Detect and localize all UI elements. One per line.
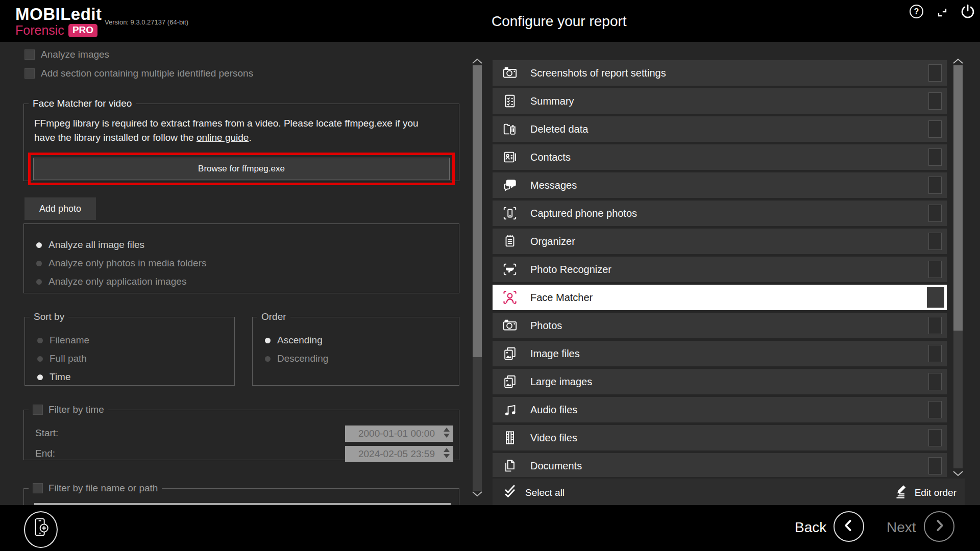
right-scrollbar-thumb[interactable] — [953, 65, 963, 331]
filter-by-path-label: Filter by file name or path — [48, 483, 158, 494]
edit-order-button[interactable]: Edit order — [892, 484, 957, 502]
report-row-checkbox[interactable] — [928, 177, 942, 194]
radio-dot[interactable] — [37, 356, 43, 362]
add-phone-button[interactable] — [24, 511, 58, 548]
report-list-scrollbar[interactable] — [951, 57, 965, 479]
power-icon[interactable] — [959, 3, 976, 22]
checkbox[interactable] — [24, 68, 35, 79]
back-button[interactable] — [834, 511, 864, 542]
spinner-up-icon[interactable] — [444, 428, 450, 432]
left-panel-scrollbar[interactable] — [471, 57, 484, 499]
report-row-label: Photo Recognizer — [530, 264, 611, 276]
filter-by-time-checkbox[interactable] — [33, 405, 43, 415]
footer-bar: Back Next — [0, 505, 980, 551]
report-row-checkbox[interactable] — [928, 401, 942, 418]
report-row-audio-files[interactable]: Audio files — [493, 397, 947, 422]
online-guide-link[interactable]: online guide — [197, 132, 249, 143]
report-row-label: Captured phone photos — [530, 208, 637, 219]
report-row-checkbox[interactable] — [928, 457, 942, 474]
report-row-checkbox[interactable] — [928, 317, 942, 334]
scroll-down-icon[interactable] — [472, 490, 483, 499]
report-row-deleted-data[interactable]: Deleted data — [493, 116, 947, 142]
report-row-checkbox[interactable] — [928, 148, 942, 166]
documents-icon — [500, 458, 520, 473]
radio-dot[interactable] — [265, 356, 271, 362]
radio-label: Analyze only photos in media folders — [48, 258, 206, 269]
report-row-captured-phone-photos[interactable]: Captured phone photos — [493, 201, 947, 226]
select-all-button[interactable]: Select all — [503, 484, 565, 502]
report-row-large-images[interactable]: Large images — [493, 369, 947, 394]
report-row-contacts[interactable]: Contacts — [493, 144, 947, 170]
spinner-up-icon[interactable] — [444, 448, 450, 452]
report-row-label: Deleted data — [530, 123, 588, 135]
time-end-input[interactable]: 2024-02-05 23:59 — [345, 446, 453, 462]
checkbox[interactable] — [24, 49, 35, 60]
scroll-down-icon[interactable] — [952, 469, 964, 479]
radio-dot[interactable] — [36, 242, 42, 248]
radio-option-full-path[interactable]: Full path — [37, 353, 89, 364]
radio-option-descending[interactable]: Descending — [265, 353, 328, 364]
report-row-photos[interactable]: Photos — [493, 313, 947, 338]
main-content: Analyze imagesAdd section containing mul… — [0, 42, 980, 505]
restore-window-icon[interactable] — [935, 5, 949, 21]
edit-order-label: Edit order — [915, 487, 957, 498]
left-scrollbar-track[interactable] — [473, 65, 482, 491]
help-icon[interactable]: ? — [910, 5, 923, 18]
back-button-label[interactable]: Back — [795, 519, 826, 536]
radio-dot[interactable] — [36, 261, 42, 266]
radio-dot[interactable] — [37, 374, 43, 380]
report-row-checkbox[interactable] — [928, 373, 942, 390]
checkbox-row-analyze-images[interactable]: Analyze images — [24, 49, 253, 60]
filter-by-path-checkbox[interactable] — [33, 483, 43, 493]
checkbox-label: Add section containing multiple identifi… — [41, 68, 253, 79]
order-legend: Order — [257, 311, 290, 322]
report-row-checkbox[interactable] — [928, 64, 942, 82]
radio-label: Full path — [50, 353, 87, 364]
report-row-screenshots-of-report-settings[interactable]: Screenshots of report settings — [493, 60, 947, 86]
radio-option-analyze-only-photos-in-media-folders[interactable]: Analyze only photos in media folders — [36, 258, 459, 269]
next-button[interactable] — [924, 511, 954, 542]
report-row-summary[interactable]: Summary — [493, 88, 947, 114]
radio-dot[interactable] — [265, 338, 271, 343]
report-row-organizer[interactable]: Organizer — [493, 229, 947, 254]
report-row-messages[interactable]: Messages — [493, 172, 947, 198]
ffmpeg-message: FFmpeg library is required to extract fr… — [34, 116, 446, 145]
next-button-label[interactable]: Next — [887, 519, 916, 536]
browse-ffmpeg-button[interactable]: Browse for ffmpeg.exe — [33, 158, 450, 180]
report-row-checkbox[interactable] — [928, 120, 942, 138]
camera-icon — [500, 65, 520, 81]
radio-label: Analyze all image files — [48, 239, 144, 251]
report-row-photo-recognizer[interactable]: Photo Recognizer — [493, 257, 947, 282]
time-start-input[interactable]: 2000-01-01 00:00 — [345, 425, 453, 442]
report-row-checkbox[interactable] — [928, 429, 942, 446]
spinner-down-icon[interactable] — [444, 434, 450, 438]
report-row-image-files[interactable]: Image files — [493, 341, 947, 366]
left-scrollbar-thumb[interactable] — [473, 65, 482, 357]
checkbox-label: Analyze images — [41, 49, 109, 60]
time-start-label: Start: — [35, 428, 58, 439]
app-header: MOBILedit Forensic PRO Version: 9.3.0.27… — [0, 0, 980, 42]
report-row-checkbox[interactable] — [928, 233, 942, 250]
radio-option-analyze-only-application-images[interactable]: Analyze only application images — [36, 276, 459, 287]
report-row-checkbox[interactable] — [928, 205, 942, 222]
report-row-video-files[interactable]: Video files — [493, 425, 947, 450]
checkbox-row-add-section-containing-multiple-identified-persons[interactable]: Add section containing multiple identifi… — [24, 68, 253, 79]
radio-dot[interactable] — [36, 279, 42, 285]
radio-option-time[interactable]: Time — [37, 371, 89, 383]
add-photo-button[interactable]: Add photo — [24, 197, 96, 220]
report-row-checkbox[interactable] — [928, 261, 942, 278]
spinner-down-icon[interactable] — [444, 454, 450, 458]
radio-option-analyze-all-image-files[interactable]: Analyze all image files — [36, 239, 459, 251]
report-row-face-matcher[interactable]: Face Matcher — [493, 285, 947, 310]
report-row-checkbox[interactable] — [927, 287, 944, 308]
radio-option-ascending[interactable]: Ascending — [265, 335, 328, 346]
radio-option-filename[interactable]: Filename — [37, 335, 89, 346]
report-row-checkbox[interactable] — [928, 345, 942, 362]
video-icon — [500, 430, 520, 445]
radio-dot[interactable] — [37, 338, 43, 343]
radio-label: Ascending — [277, 335, 323, 346]
right-scrollbar-track[interactable] — [953, 65, 963, 468]
report-row-documents[interactable]: Documents — [493, 453, 947, 477]
report-row-checkbox[interactable] — [928, 92, 942, 110]
chevron-left-icon — [840, 517, 857, 536]
